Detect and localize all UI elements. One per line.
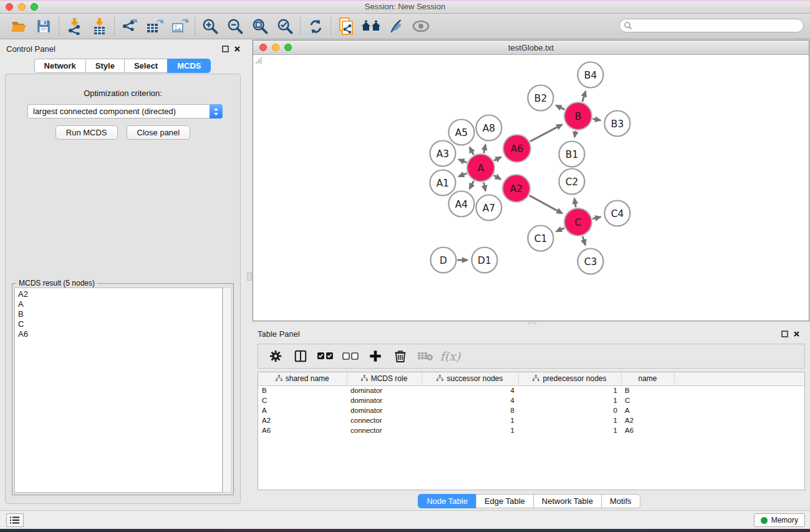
table-cell[interactable]: B — [621, 385, 674, 395]
table-cell[interactable]: 1 — [422, 415, 518, 425]
column-header-MCDS-role[interactable]: MCDS role — [347, 372, 422, 385]
graph-node-A[interactable]: A — [467, 154, 494, 181]
graph-node-C3[interactable]: C3 — [578, 249, 604, 274]
network-window-titlebar[interactable]: testGlobe.txt — [253, 41, 809, 55]
graph-edge-B-B2[interactable] — [556, 105, 565, 110]
table-cell[interactable]: 4 — [422, 385, 518, 395]
open-session-icon[interactable] — [6, 16, 31, 37]
table-cell[interactable]: C — [621, 395, 674, 405]
resize-grip-icon[interactable] — [253, 55, 263, 64]
export-image-icon[interactable] — [167, 16, 192, 37]
export-network-icon[interactable] — [117, 16, 142, 37]
table-cell[interactable]: 1 — [518, 425, 621, 435]
table-cell[interactable]: C — [258, 395, 347, 405]
table-cell[interactable]: dominator — [347, 385, 422, 395]
vertical-splitter-handle[interactable] — [247, 273, 252, 281]
tab-select[interactable]: Select — [124, 59, 168, 73]
run-mcds-button[interactable]: Run MCDS — [55, 125, 118, 140]
table-cell[interactable]: dominator — [347, 395, 422, 405]
table-cell[interactable]: 1 — [518, 415, 621, 425]
search-input[interactable] — [632, 20, 803, 31]
task-history-button[interactable] — [6, 513, 24, 527]
delete-table-icon[interactable] — [414, 347, 436, 365]
table-row[interactable]: Bdominator41B — [258, 385, 805, 395]
graph-edge-A-A2[interactable] — [494, 175, 501, 179]
first-neighbors-icon[interactable] — [359, 16, 383, 37]
graph-edge-A-A5[interactable] — [470, 147, 473, 155]
graph-edge-B-B3[interactable] — [593, 118, 600, 120]
graph-node-C4[interactable]: C4 — [605, 201, 630, 226]
graph-edge-A-A8[interactable] — [484, 145, 486, 153]
search-field[interactable] — [619, 19, 804, 32]
graph-edge-C-C2[interactable] — [574, 198, 576, 207]
mcds-result-scrollbar[interactable] — [223, 288, 231, 493]
network-canvas[interactable]: B4B2BB3A8A5A6A3B1AA1C2A2A4A7C4CC1DD1C3 — [253, 55, 809, 321]
column-header-shared-name[interactable]: shared name — [258, 372, 347, 385]
graph-node-D1[interactable]: D1 — [472, 248, 498, 273]
tab-motifs[interactable]: Motifs — [601, 494, 640, 508]
tab-style[interactable]: Style — [85, 59, 125, 73]
table-cell[interactable]: A6 — [621, 425, 674, 435]
graph-edge-B-B1[interactable] — [574, 131, 576, 137]
zoom-out-icon[interactable] — [223, 16, 248, 37]
show-graphics-icon[interactable] — [408, 16, 433, 37]
graph-svg[interactable]: B4B2BB3A8A5A6A3B1AA1C2A2A4A7C4CC1DD1C3 — [253, 55, 809, 321]
graph-node-D[interactable]: D — [431, 248, 456, 273]
graph-node-B1[interactable]: B1 — [559, 142, 585, 167]
mcds-result-item[interactable]: B — [18, 309, 219, 319]
table-cell[interactable]: dominator — [347, 405, 422, 415]
graph-edge-A6-B[interactable] — [530, 125, 562, 142]
tab-edge-table[interactable]: Edge Table — [476, 494, 534, 508]
mcds-result-item[interactable]: C — [18, 319, 219, 329]
column-header-predecessor-nodes[interactable]: predecessor nodes — [518, 372, 621, 385]
graph-edge-A-A3[interactable] — [459, 160, 467, 163]
graph-edge-C-C1[interactable] — [556, 228, 564, 232]
table-row[interactable]: Cdominator41C — [258, 395, 805, 405]
table-cell[interactable]: 1 — [518, 385, 621, 395]
graph-node-A7[interactable]: A7 — [476, 195, 502, 221]
graph-edge-A2-C[interactable] — [529, 195, 562, 213]
mcds-result-list[interactable]: A2ABCA6 — [14, 288, 223, 493]
import-table-icon[interactable] — [87, 16, 112, 37]
graph-edge-C-C4[interactable] — [592, 217, 600, 219]
graph-edge-C-C3[interactable] — [582, 236, 585, 245]
graph-edge-A-A1[interactable] — [459, 173, 467, 177]
refresh-icon[interactable] — [303, 16, 328, 37]
table-cell[interactable]: 1 — [422, 425, 518, 435]
mcds-result-item[interactable]: A6 — [18, 329, 219, 339]
export-table-icon[interactable] — [142, 16, 167, 37]
select-all-icon[interactable] — [314, 347, 337, 365]
float-panel-icon[interactable] — [222, 46, 229, 52]
float-table-panel-icon[interactable] — [781, 331, 788, 337]
table-cell[interactable]: connector — [347, 425, 422, 435]
graph-edge-A-A4[interactable] — [470, 181, 474, 189]
graph-node-A8[interactable]: A8 — [476, 115, 502, 141]
tab-mcds[interactable]: MCDS — [167, 59, 211, 73]
column-view-icon[interactable] — [289, 347, 312, 365]
close-table-panel-icon[interactable] — [793, 331, 800, 337]
graph-edge-B-B4[interactable] — [582, 91, 586, 102]
table-cell[interactable]: 1 — [518, 395, 621, 405]
optimization-criterion-dropdown[interactable]: largest connected component (directed) — [27, 104, 223, 118]
graph-node-A5[interactable]: A5 — [449, 120, 475, 145]
node-table[interactable]: shared nameMCDS rolesuccessor nodesprede… — [258, 372, 805, 490]
graph-node-B[interactable]: B — [564, 102, 592, 130]
tab-network-table[interactable]: Network Table — [533, 494, 602, 508]
column-header-name[interactable]: name — [621, 372, 674, 385]
new-session-from-network-icon[interactable] — [334, 16, 359, 37]
delete-icon[interactable] — [389, 347, 412, 365]
graph-edge-A-A7[interactable] — [484, 183, 486, 191]
table-cell[interactable]: 8 — [422, 405, 518, 415]
graph-node-B2[interactable]: B2 — [528, 85, 554, 111]
close-panel-icon[interactable] — [234, 46, 241, 52]
tab-node-table[interactable]: Node Table — [418, 494, 476, 508]
graph-node-C2[interactable]: C2 — [559, 169, 585, 195]
graph-node-C1[interactable]: C1 — [528, 226, 554, 251]
hide-annotations-icon[interactable] — [383, 16, 408, 37]
graph-node-B4[interactable]: B4 — [578, 62, 604, 88]
table-row[interactable]: A6connector11A6 — [258, 425, 805, 435]
gear-icon[interactable] — [264, 347, 287, 365]
import-network-icon[interactable] — [62, 16, 87, 37]
table-cell[interactable]: connector — [347, 415, 422, 425]
table-cell[interactable]: 0 — [518, 405, 621, 415]
